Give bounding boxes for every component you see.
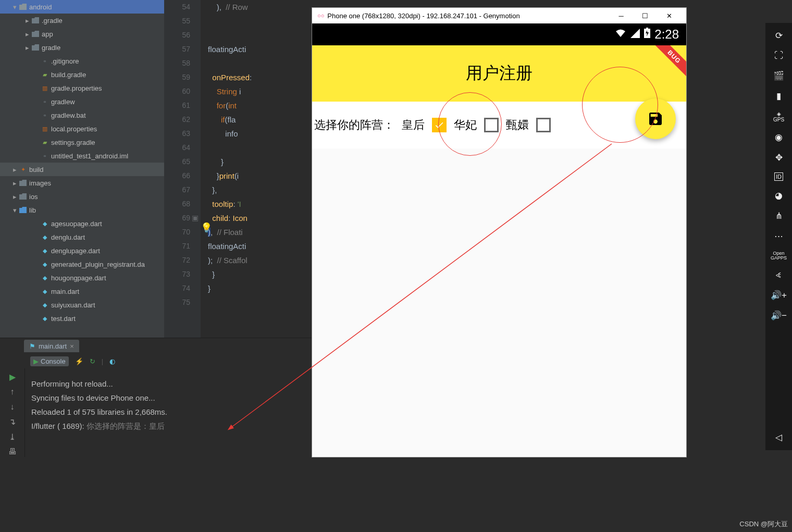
line-number[interactable]: 70 xyxy=(164,225,190,239)
hot-restart-icon[interactable]: ↻ xyxy=(90,357,95,365)
line-number[interactable]: 64 xyxy=(164,141,190,155)
code-line[interactable]: onPressed: xyxy=(208,70,312,84)
emulator-titlebar[interactable]: ○○ Phone one (768x1280, 320dpi) - 192.16… xyxy=(312,8,686,23)
up-stack-icon[interactable]: ↑ xyxy=(7,387,18,398)
chevron-icon[interactable] xyxy=(32,125,41,133)
chevron-icon[interactable] xyxy=(32,274,41,282)
rotate-icon[interactable]: ⟳ xyxy=(775,30,783,41)
checkbox[interactable] xyxy=(484,118,499,132)
bookmark-icon[interactable]: ▣ xyxy=(192,211,199,225)
line-number[interactable]: 61 xyxy=(164,98,190,113)
code-line[interactable]: } xyxy=(208,281,312,295)
tree-item[interactable]: ▰settings.gradle xyxy=(0,135,164,149)
tree-item[interactable]: ▫gradlew xyxy=(0,95,164,108)
chevron-icon[interactable] xyxy=(32,84,41,92)
chevron-icon[interactable] xyxy=(32,138,41,146)
tree-item[interactable]: ▾android xyxy=(0,0,164,14)
disk-icon[interactable]: ◕ xyxy=(775,190,783,201)
code-line[interactable]: ), // Row xyxy=(208,0,312,14)
tree-item[interactable]: ◆main.dart xyxy=(0,284,164,298)
tree-item[interactable]: ▫gradlew.bat xyxy=(0,108,164,122)
code-line[interactable]: if(fla xyxy=(208,113,312,127)
fullscreen-icon[interactable]: ⛶ xyxy=(774,51,783,61)
tree-item[interactable]: ◆hougongpage.dart xyxy=(0,271,164,284)
code-line[interactable] xyxy=(208,141,312,155)
line-number[interactable]: 56 xyxy=(164,28,190,42)
tree-item[interactable]: ▸✦build xyxy=(0,163,164,176)
chevron-icon[interactable] xyxy=(32,111,41,119)
chevron-icon[interactable]: ▸ xyxy=(10,192,19,201)
line-number[interactable]: 67 xyxy=(164,183,190,197)
chevron-icon[interactable] xyxy=(32,233,41,241)
chevron-icon[interactable] xyxy=(32,219,41,228)
tree-item[interactable]: ◆generated_plugin_registrant.da xyxy=(0,257,164,271)
tree-item[interactable]: ▰build.gradle xyxy=(0,68,164,81)
print-icon[interactable]: 🖶 xyxy=(7,446,18,457)
tree-item[interactable]: ▸images xyxy=(0,176,164,190)
sms-icon[interactable]: ⋯ xyxy=(774,231,783,242)
chevron-icon[interactable] xyxy=(32,314,41,323)
code-line[interactable] xyxy=(208,56,312,70)
code-line[interactable]: }, xyxy=(208,183,312,197)
console-output[interactable]: Performing hot reload...Syncing files to… xyxy=(31,377,167,433)
tree-item[interactable]: ◆agesuopage.dart xyxy=(0,217,164,230)
code-line[interactable]: String i xyxy=(208,84,312,98)
line-number[interactable]: 55 xyxy=(164,14,190,28)
chevron-icon[interactable] xyxy=(32,246,41,255)
code-line[interactable]: child: Icon xyxy=(208,211,312,225)
project-tree[interactable]: ▾android▸.gradle▸app▸gradle▫.gitignore▰b… xyxy=(0,0,164,338)
code-line[interactable]: info xyxy=(208,127,312,141)
close-button[interactable]: ✕ xyxy=(657,8,681,23)
id-icon[interactable]: ID xyxy=(774,172,783,181)
code-line[interactable]: floatingActi xyxy=(208,239,312,253)
line-number[interactable]: 74 xyxy=(164,281,190,295)
line-number[interactable]: 59 xyxy=(164,70,190,84)
line-number[interactable]: 71 xyxy=(164,239,190,253)
console-line[interactable]: Reloaded 1 of 575 libraries in 2,668ms. xyxy=(31,405,167,419)
devtools-icon[interactable]: ◐ xyxy=(109,357,115,365)
console-line[interactable]: I/flutter ( 1689): 你选择的阵营是：皇后 xyxy=(31,419,167,433)
chevron-icon[interactable]: ▸ xyxy=(10,165,19,174)
code-line[interactable]: } xyxy=(208,155,312,169)
code-editor[interactable]: 54555657585960616263646566676869▣7071727… xyxy=(164,0,312,338)
tree-item[interactable]: ▸app xyxy=(0,27,164,41)
code-line[interactable]: ); // Scaffol xyxy=(208,253,312,267)
chevron-icon[interactable]: ▾ xyxy=(10,3,19,11)
line-number[interactable]: 58 xyxy=(164,56,190,70)
chevron-icon[interactable] xyxy=(32,287,41,295)
tree-item[interactable]: ▥gradle.properties xyxy=(0,81,164,95)
minimize-button[interactable]: ─ xyxy=(609,8,633,23)
code-line[interactable]: floatingActi xyxy=(208,42,312,56)
code-line[interactable]: for(int xyxy=(208,98,312,113)
line-number[interactable]: 60 xyxy=(164,84,190,98)
tree-item[interactable]: ▾lib xyxy=(0,203,164,217)
console-line[interactable]: Syncing files to device Phone one... xyxy=(31,391,167,405)
console-toggle[interactable]: ▶ Console xyxy=(30,356,69,366)
close-tab-icon[interactable]: × xyxy=(70,342,74,350)
back-nav-icon[interactable]: ◁ xyxy=(775,432,782,443)
tree-item[interactable]: ◆denglu.dart xyxy=(0,230,164,244)
chevron-icon[interactable] xyxy=(32,152,41,160)
line-number[interactable]: 69▣ xyxy=(164,211,190,225)
chevron-icon[interactable]: ▸ xyxy=(23,16,31,24)
volume-down-icon[interactable]: 🔊− xyxy=(771,310,787,321)
chevron-icon[interactable] xyxy=(32,70,41,79)
tree-item[interactable]: ▫.gitignore xyxy=(0,54,164,68)
gps-icon[interactable]: ◈GPS xyxy=(773,111,784,122)
rerun-icon[interactable]: ▶ xyxy=(7,372,18,382)
line-number[interactable]: 57 xyxy=(164,42,190,56)
code-line[interactable] xyxy=(208,14,312,28)
record-icon[interactable]: 🎬 xyxy=(773,70,784,81)
hot-reload-icon[interactable]: ⚡ xyxy=(75,357,83,365)
tree-item[interactable]: ▥local.properties xyxy=(0,122,164,135)
code-line[interactable] xyxy=(208,295,312,310)
volume-up-icon[interactable]: 🔊+ xyxy=(771,290,787,301)
code-line[interactable]: }print(i xyxy=(208,169,312,183)
down-stack-icon[interactable]: ↓ xyxy=(7,401,18,412)
network-icon[interactable]: ⋔ xyxy=(775,211,783,221)
chevron-icon[interactable] xyxy=(32,260,41,268)
line-number[interactable]: 73 xyxy=(164,267,190,281)
checkbox[interactable] xyxy=(432,118,447,132)
tree-item[interactable]: ▸ios xyxy=(0,190,164,203)
tree-item[interactable]: ▸.gradle xyxy=(0,14,164,27)
